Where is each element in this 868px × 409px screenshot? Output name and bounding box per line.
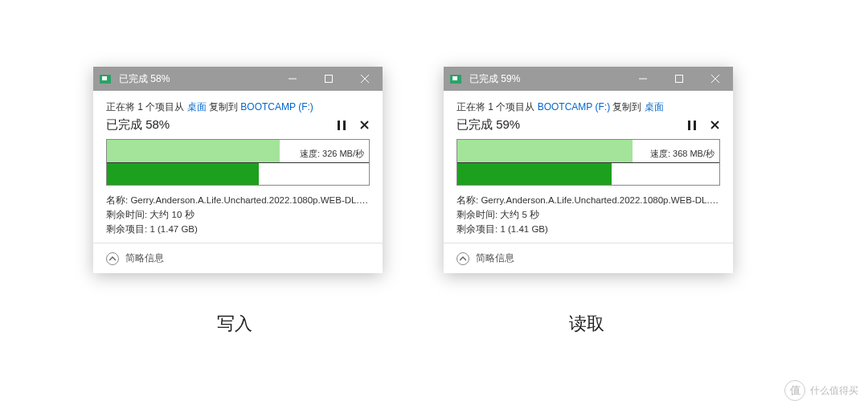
caption-write: 写入 <box>217 312 252 336</box>
source-link[interactable]: BOOTCAMP (F:) <box>538 101 610 112</box>
window-title: 已完成 58% <box>117 72 274 86</box>
chart-progress-top <box>457 140 633 162</box>
app-icon <box>444 75 468 84</box>
progress-label: 已完成 59% <box>457 117 520 133</box>
speed-chart: 速度: 326 MB/秒 <box>106 139 370 186</box>
watermark-text: 什么值得买 <box>810 385 858 397</box>
items-remaining-row: 剩余项目: 1 (1.41 GB) <box>457 223 720 237</box>
chart-progress-bottom <box>107 162 259 185</box>
window-title: 已完成 59% <box>468 72 624 86</box>
source-link[interactable]: 桌面 <box>187 101 207 112</box>
status-line: 正在将 1 个项目从 BOOTCAMP (F:) 复制到 桌面 <box>457 100 720 114</box>
speed-label: 速度: 368 MB/秒 <box>647 147 714 159</box>
svg-rect-5 <box>343 121 346 130</box>
footer-label: 简略信息 <box>476 252 514 265</box>
watermark-icon: 值 <box>784 380 805 401</box>
minimize-button[interactable] <box>274 67 310 91</box>
svg-rect-13 <box>694 121 696 130</box>
close-button[interactable] <box>346 67 383 91</box>
close-button[interactable] <box>697 67 733 91</box>
svg-rect-9 <box>675 76 682 83</box>
copy-dialog-write: 已完成 58% 正在将 1 个项目从 桌面 复制到 BOOTCAMP (F:) … <box>93 67 383 273</box>
details-toggle[interactable]: 简略信息 <box>444 243 733 273</box>
maximize-button[interactable] <box>310 67 346 91</box>
progress-label: 已完成 58% <box>106 117 170 133</box>
svg-rect-1 <box>325 76 332 83</box>
pause-button[interactable] <box>336 120 347 131</box>
file-name-row: 名称: Gerry.Anderson.A.Life.Uncharted.2022… <box>106 194 370 208</box>
chevron-up-icon <box>457 252 469 265</box>
cancel-button[interactable] <box>709 120 720 131</box>
svg-rect-4 <box>338 121 340 130</box>
titlebar[interactable]: 已完成 58% <box>93 67 383 91</box>
svg-rect-12 <box>688 121 690 130</box>
items-remaining-row: 剩余项目: 1 (1.47 GB) <box>106 223 370 237</box>
details-toggle[interactable]: 简略信息 <box>93 243 383 273</box>
pause-button[interactable] <box>686 120 698 131</box>
time-remaining-row: 剩余时间: 大约 10 秒 <box>106 208 370 223</box>
footer-label: 简略信息 <box>125 252 164 265</box>
file-name-row: 名称: Gerry.Anderson.A.Life.Uncharted.2022… <box>457 194 720 208</box>
app-icon <box>93 75 117 84</box>
status-line: 正在将 1 个项目从 桌面 复制到 BOOTCAMP (F:) <box>106 100 370 114</box>
cancel-button[interactable] <box>358 120 370 131</box>
chart-progress-bottom <box>457 162 612 185</box>
time-remaining-row: 剩余时间: 大约 5 秒 <box>457 208 720 223</box>
minimize-button[interactable] <box>624 67 661 91</box>
dest-link[interactable]: 桌面 <box>645 101 664 112</box>
watermark: 值 什么值得买 <box>784 380 858 401</box>
copy-dialog-read: 已完成 59% 正在将 1 个项目从 BOOTCAMP (F:) 复制到 桌面 … <box>444 67 733 273</box>
dest-link[interactable]: BOOTCAMP (F:) <box>240 101 313 112</box>
maximize-button[interactable] <box>661 67 697 91</box>
speed-chart: 速度: 368 MB/秒 <box>457 139 720 186</box>
chevron-up-icon <box>106 252 119 265</box>
titlebar[interactable]: 已完成 59% <box>444 67 733 91</box>
caption-read: 读取 <box>569 312 604 336</box>
speed-label: 速度: 326 MB/秒 <box>297 147 364 159</box>
chart-progress-top <box>107 140 280 162</box>
